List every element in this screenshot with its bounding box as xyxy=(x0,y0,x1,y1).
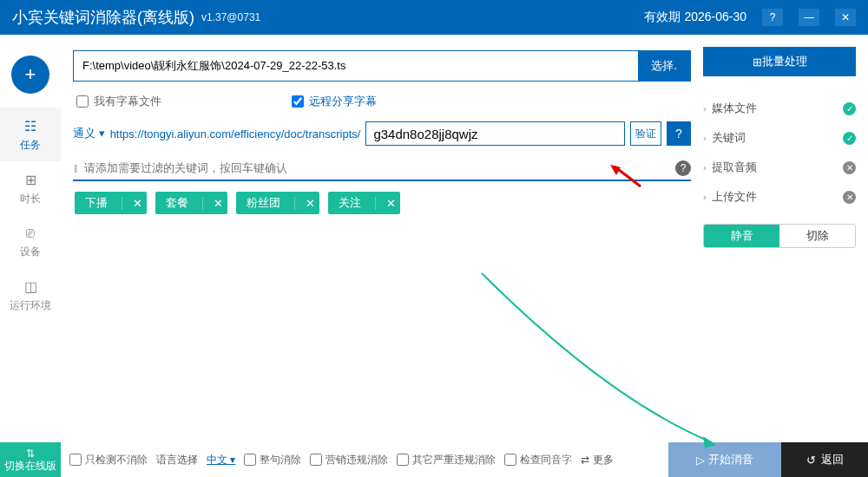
expiry: 有效期 2026-06-30 xyxy=(644,10,746,25)
help-button[interactable]: ? xyxy=(762,9,783,26)
duration-icon: ⊞ xyxy=(0,172,61,188)
tag-remove[interactable]: ✕ xyxy=(122,197,147,210)
help-icon-button[interactable]: ? xyxy=(667,121,691,146)
mode-toggle[interactable]: 静音 切除 xyxy=(703,224,856,248)
nav-tasks[interactable]: ☷任务 xyxy=(0,108,61,161)
chevron-right-icon: › xyxy=(703,133,707,143)
marketing-checkbox[interactable]: 营销违规消除 xyxy=(310,453,388,467)
batch-process-button[interactable]: ⊞ 批量处理 xyxy=(703,47,856,76)
select-file-button[interactable]: 选择. xyxy=(638,51,690,81)
app-title: 小宾关键词消除器(离线版) xyxy=(12,7,194,28)
lang-select[interactable]: 中文 ▾ xyxy=(207,453,235,467)
nav-device[interactable]: ⎚设备 xyxy=(0,215,61,268)
have-subtitle-checkbox[interactable]: 我有字幕文件 xyxy=(76,94,161,109)
status-pending-icon: ✕ xyxy=(843,191,856,204)
step-upload[interactable]: ›上传文件✕ xyxy=(703,182,856,212)
switch-icon: ⇅ xyxy=(26,448,35,460)
tasks-icon: ☷ xyxy=(0,118,61,134)
tag-remove[interactable]: ✕ xyxy=(375,197,400,210)
switch-online-button[interactable]: ⇅切换在线版 xyxy=(0,442,61,477)
mode-mute[interactable]: 静音 xyxy=(704,225,779,247)
status-ok-icon: ✓ xyxy=(843,102,856,115)
close-button[interactable]: ✕ xyxy=(835,9,856,26)
detect-only-checkbox[interactable]: 只检测不消除 xyxy=(69,453,148,467)
tag-item: 粉丝团✕ xyxy=(236,192,319,214)
nav-env[interactable]: ◫运行环境 xyxy=(0,268,61,322)
filter-icon: ⫿ xyxy=(73,161,79,174)
chevron-right-icon: › xyxy=(703,103,707,114)
status-ok-icon: ✓ xyxy=(843,132,856,145)
tag-remove[interactable]: ✕ xyxy=(294,197,319,210)
status-pending-icon: ✕ xyxy=(843,161,856,174)
other-serious-checkbox[interactable]: 其它严重违规消除 xyxy=(397,453,496,467)
chevron-right-icon: › xyxy=(703,162,707,173)
add-button[interactable]: + xyxy=(11,56,49,94)
file-path-input[interactable] xyxy=(74,51,638,81)
tag-item: 下播✕ xyxy=(75,192,147,214)
source-select[interactable]: 通义 ▾ xyxy=(73,126,105,141)
whole-sentence-checkbox[interactable]: 整句消除 xyxy=(244,453,301,467)
nav-duration[interactable]: ⊞时长 xyxy=(0,161,61,215)
transcript-code-input[interactable] xyxy=(365,121,625,146)
tag-list: 下播✕ 套餐✕ 粉丝团✕ 关注✕ xyxy=(73,181,691,225)
step-keywords[interactable]: ›关键词✓ xyxy=(703,123,856,153)
remote-share-checkbox[interactable]: 远程分享字幕 xyxy=(292,94,377,109)
keyword-help-icon[interactable]: ? xyxy=(675,160,691,176)
chevron-right-icon: › xyxy=(703,192,707,202)
lang-label: 语言选择 xyxy=(156,453,198,467)
tag-item: 套餐✕ xyxy=(155,192,227,214)
homophone-checkbox[interactable]: 检查同音字 xyxy=(504,453,572,467)
env-icon: ◫ xyxy=(0,278,61,295)
mode-cut[interactable]: 切除 xyxy=(779,225,855,247)
step-extract[interactable]: ›提取音频✕ xyxy=(703,153,856,182)
app-version: v1.37@0731 xyxy=(201,11,260,23)
device-icon: ⎚ xyxy=(0,225,61,241)
keyword-input[interactable] xyxy=(84,158,670,178)
minimize-button[interactable]: — xyxy=(799,9,819,26)
tag-item: 关注✕ xyxy=(328,192,400,214)
step-media[interactable]: ›媒体文件✓ xyxy=(703,94,856,123)
back-icon: ↺ xyxy=(806,454,816,467)
verify-button[interactable]: 验证 xyxy=(630,121,661,146)
play-icon: ▷ xyxy=(696,454,705,467)
more-options[interactable]: ⇄ 更多 xyxy=(581,453,613,467)
tag-remove[interactable]: ✕ xyxy=(202,197,227,210)
transcript-url: https://tongyi.aliyun.com/efficiency/doc… xyxy=(110,127,361,140)
back-button[interactable]: ↺返回 xyxy=(781,442,868,477)
start-button[interactable]: ▷开始消音 xyxy=(668,442,781,477)
